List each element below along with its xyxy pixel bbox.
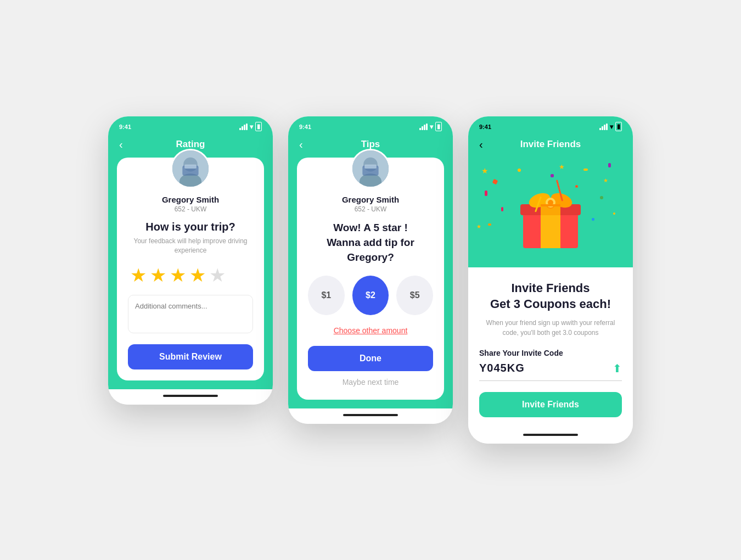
svg-rect-10 bbox=[364, 165, 377, 169]
signal-icon-3 bbox=[599, 124, 608, 130]
confetti: ★ ★ ★ ★ bbox=[468, 158, 633, 267]
phone-footer-1 bbox=[108, 389, 273, 405]
home-indicator-1 bbox=[163, 395, 218, 397]
svg-rect-5 bbox=[184, 165, 197, 169]
tip-btn-1[interactable]: $1 bbox=[308, 276, 345, 315]
tip-question-line1: Wow! A 5 star ! bbox=[333, 222, 407, 233]
tip-question-line2: Wanna add tip for Gregory? bbox=[327, 237, 414, 263]
star-2[interactable]: ★ bbox=[150, 264, 166, 286]
avatar-1 bbox=[171, 149, 210, 188]
nav-bar-3: ‹ Invite Friends bbox=[479, 135, 622, 158]
home-indicator-2 bbox=[343, 414, 398, 416]
phone-tips: 9:41 ▾ ▮ ‹ Tips bbox=[288, 116, 453, 424]
avatar-2 bbox=[351, 149, 390, 188]
share-icon[interactable]: ⬆ bbox=[613, 362, 622, 375]
phone-rating: 9:41 ▾ ▮ ‹ Rating bbox=[108, 116, 273, 405]
invite-subtitle: When your friend sign up wwith your refe… bbox=[479, 318, 622, 338]
page-title-1: Rating bbox=[176, 139, 205, 150]
status-bar-1: 9:41 ▾ ▮ bbox=[119, 122, 262, 131]
wifi-icon-3: ▾ bbox=[610, 123, 613, 131]
share-label: Share Your Invite Code bbox=[479, 349, 622, 357]
invite-title: Invite Friends Get 3 Coupons each! bbox=[479, 281, 622, 312]
battery-icon-2: ▮ bbox=[435, 122, 442, 131]
phone-footer-3 bbox=[468, 428, 633, 444]
driver-name-1: Gregory Smith bbox=[128, 195, 253, 204]
tip-options: $1 $2 $5 bbox=[308, 276, 433, 315]
driver-plate-1: 652 - UKW bbox=[128, 205, 253, 213]
wifi-icon-1: ▾ bbox=[250, 123, 253, 131]
tips-body: Gregory Smith 652 - UKW Wow! A 5 star ! … bbox=[288, 158, 453, 408]
star-3[interactable]: ★ bbox=[170, 264, 186, 286]
status-time-2: 9:41 bbox=[299, 124, 311, 130]
status-icons-1: ▾ ▮ bbox=[239, 122, 262, 131]
status-bar-2: 9:41 ▾ ▮ bbox=[299, 122, 442, 131]
status-time-3: 9:41 bbox=[479, 124, 491, 130]
maybe-next-link[interactable]: Maybe next time bbox=[308, 378, 433, 389]
page-title-3: Invite Friends bbox=[520, 139, 581, 150]
choose-other-link[interactable]: Choose other amount bbox=[308, 326, 433, 335]
status-icons-2: ▾ ▮ bbox=[419, 122, 442, 131]
avatar-wrapper-2 bbox=[308, 149, 433, 188]
driver-name-2: Gregory Smith bbox=[308, 195, 433, 204]
home-indicator-3 bbox=[523, 434, 578, 436]
trip-subtitle: Your feedback will help improve driving … bbox=[128, 237, 253, 255]
back-button-1[interactable]: ‹ bbox=[119, 138, 123, 151]
status-time-1: 9:41 bbox=[119, 124, 131, 130]
phone-footer-2 bbox=[288, 408, 453, 424]
tip-btn-2[interactable]: $2 bbox=[352, 276, 389, 315]
invite-card: Invite Friends Get 3 Coupons each! When … bbox=[468, 267, 633, 428]
comment-input[interactable] bbox=[128, 295, 253, 333]
signal-icon-1 bbox=[239, 124, 248, 130]
signal-icon-2 bbox=[419, 124, 428, 130]
driver-plate-2: 652 - UKW bbox=[308, 205, 433, 213]
submit-review-button[interactable]: Submit Review bbox=[128, 344, 253, 369]
rating-body: Gregory Smith 652 - UKW How is your trip… bbox=[108, 158, 273, 389]
star-1[interactable]: ★ bbox=[130, 264, 147, 286]
back-button-3[interactable]: ‹ bbox=[479, 138, 483, 151]
tip-question: Wow! A 5 star ! Wanna add tip for Gregor… bbox=[308, 221, 433, 265]
status-bar-3: 9:41 ▾ ▮ bbox=[479, 122, 622, 131]
star-4[interactable]: ★ bbox=[189, 264, 206, 286]
page-title-2: Tips bbox=[361, 139, 380, 150]
done-button[interactable]: Done bbox=[308, 346, 433, 371]
gift-illustration: ★ ★ ★ ★ bbox=[468, 158, 633, 267]
tip-btn-3[interactable]: $5 bbox=[396, 276, 433, 315]
battery-icon-1: ▮ bbox=[255, 122, 262, 131]
stars-row: ★ ★ ★ ★ ★ bbox=[128, 264, 253, 286]
wifi-icon-2: ▾ bbox=[430, 123, 433, 131]
tips-card: Gregory Smith 652 - UKW Wow! A 5 star ! … bbox=[297, 158, 444, 400]
back-button-2[interactable]: ‹ bbox=[299, 138, 303, 151]
battery-icon-3: ▮ bbox=[615, 122, 622, 131]
avatar-wrapper-1 bbox=[128, 149, 253, 188]
screens-container: 9:41 ▾ ▮ ‹ Rating bbox=[108, 116, 633, 443]
invite-header: 9:41 ▾ ▮ ‹ Invite Friends bbox=[468, 116, 633, 158]
status-icons-3: ▾ ▮ bbox=[599, 122, 622, 131]
star-5[interactable]: ★ bbox=[209, 264, 226, 286]
phone-invite: 9:41 ▾ ▮ ‹ Invite Friends bbox=[468, 116, 633, 443]
trip-question: How is your trip? bbox=[128, 221, 253, 233]
code-row: Y045KG ⬆ bbox=[479, 362, 622, 381]
invite-friends-button[interactable]: Invite Friends bbox=[479, 392, 622, 417]
invite-code: Y045KG bbox=[479, 362, 525, 374]
rating-card: Gregory Smith 652 - UKW How is your trip… bbox=[117, 158, 264, 380]
